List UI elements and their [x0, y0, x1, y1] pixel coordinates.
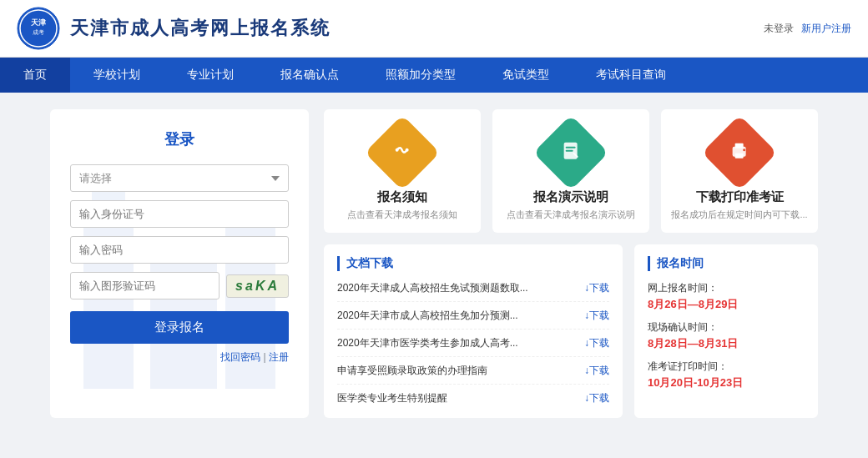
demo-icon — [558, 137, 584, 169]
doc-item: 2020年天津市医学类考生参加成人高考... ↓下载 — [337, 336, 609, 357]
doc-name: 2020年天津市成人高校招生免加分预测... — [337, 309, 578, 323]
demo-card-title: 报名演示说明 — [533, 189, 608, 205]
doc-item: 2020年天津成人高校招生免试预测题数取... ↓下载 — [337, 281, 609, 302]
captcha-input[interactable] — [70, 272, 220, 299]
icon-card-print[interactable]: 下载打印准考证 报名成功后在规定时间内可下载... — [661, 109, 818, 233]
svg-rect-14 — [735, 154, 744, 159]
doc-download-btn[interactable]: ↓下载 — [584, 391, 609, 405]
time-row-print: 准考证打印时间： 10月20日-10月23日 — [648, 360, 805, 390]
doc-download-btn[interactable]: ↓下载 — [584, 336, 609, 350]
svg-text:成考: 成考 — [33, 29, 44, 36]
captcha-image[interactable]: saKA — [226, 274, 289, 298]
nav-item-confirm-point[interactable]: 报名确认点 — [257, 58, 362, 93]
id-number-input[interactable] — [70, 200, 289, 228]
doc-name: 申请享受照顾录取政策的办理指南 — [337, 364, 578, 378]
bottom-row: 文档下载 2020年天津成人高校招生免试预测题数取... ↓下载 2020年天津… — [324, 244, 818, 418]
forgot-password-link[interactable]: 找回密码 — [220, 351, 260, 363]
demo-card-desc: 点击查看天津成考报名演示说明 — [507, 209, 635, 221]
time-section-title: 报名时间 — [648, 256, 805, 271]
nav-item-school-plan[interactable]: 学校计划 — [70, 58, 164, 93]
svg-text:天津: 天津 — [30, 18, 47, 27]
doc-name: 2020年天津成人高校招生免试预测题数取... — [337, 281, 578, 295]
login-form: 请选择 saKA 登录报名 — [70, 164, 289, 344]
time-value: 10月20日-10月23日 — [648, 375, 805, 390]
doc-item: 申请享受照顾录取政策的办理指南 ↓下载 — [337, 364, 609, 385]
print-card-title: 下载打印准考证 — [696, 189, 784, 205]
nav-item-exempt[interactable]: 免试类型 — [479, 58, 573, 93]
header-right: 未登录 新用户注册 — [764, 22, 851, 36]
not-logged-in: 未登录 — [764, 23, 794, 34]
doc-download-btn[interactable]: ↓下载 — [584, 281, 609, 295]
print-card-desc: 报名成功后在规定时间内可下载... — [671, 209, 807, 221]
nav-item-major-plan[interactable]: 专业计划 — [164, 58, 257, 93]
captcha-row: saKA — [70, 272, 289, 299]
new-register-link[interactable]: 新用户注册 — [801, 23, 851, 34]
time-label: 现场确认时间： — [648, 320, 805, 335]
doc-section-title: 文档下载 — [337, 256, 609, 271]
print-icon — [726, 137, 753, 169]
register-link[interactable]: 注册 — [269, 351, 289, 363]
notice-diamond-icon — [365, 115, 441, 191]
time-box: 报名时间 网上报名时间： 8月26日—8月29日 现场确认时间： 8月28日—8… — [634, 244, 818, 418]
header-left: 天津 成考 天津市成人高考网上报名系统 — [17, 7, 331, 50]
doc-download-btn[interactable]: ↓下载 — [584, 364, 609, 378]
time-label: 准考证打印时间： — [648, 360, 805, 374]
svg-point-9 — [406, 148, 409, 152]
icon-card-demo[interactable]: 报名演示说明 点击查看天津成考报名演示说明 — [492, 109, 649, 233]
login-button[interactable]: 登录报名 — [70, 311, 289, 344]
notice-card-desc: 点击查看天津成考报名须知 — [347, 209, 457, 221]
doc-download-box: 文档下载 2020年天津成人高校招生免试预测题数取... ↓下载 2020年天津… — [324, 244, 623, 418]
login-links: 找回密码 | 注册 — [70, 350, 289, 365]
doc-name: 医学类专业考生特别提醒 — [337, 391, 578, 405]
header: 天津 成考 天津市成人高考网上报名系统 未登录 新用户注册 — [0, 0, 868, 58]
notice-card-title: 报名须知 — [377, 189, 427, 205]
site-logo: 天津 成考 — [17, 7, 60, 50]
main-content: 登录 请选择 saKA 登录报名 找回密码 | 注册 — [0, 93, 868, 435]
icon-cards-row: 报名须知 点击查看天津成考报名须知 报名演示说明 点击查看天津成考报名演示说明 — [324, 109, 818, 233]
time-label: 网上报名时间： — [648, 281, 805, 295]
svg-rect-13 — [735, 143, 744, 148]
print-diamond-icon — [702, 115, 778, 191]
time-row-online: 网上报名时间： 8月26日—8月29日 — [648, 281, 805, 312]
login-title: 登录 — [70, 129, 289, 149]
doc-list: 2020年天津成人高校招生免试预测题数取... ↓下载 2020年天津市成人高校… — [337, 281, 609, 406]
demo-diamond-icon — [533, 115, 609, 191]
time-row-confirm: 现场确认时间： 8月28日—8月31日 — [648, 320, 805, 351]
nav-item-photo-add[interactable]: 照额加分类型 — [362, 58, 479, 93]
svg-point-0 — [18, 8, 59, 49]
doc-item: 医学类专业考生特别提醒 ↓下载 — [337, 391, 609, 406]
password-input[interactable] — [70, 236, 289, 264]
notice-icon — [389, 137, 416, 169]
main-nav: 首页 学校计划 专业计划 报名确认点 照额加分类型 免试类型 考试科目查询 — [0, 58, 868, 93]
doc-item: 2020年天津市成人高校招生免加分预测... ↓下载 — [337, 309, 609, 330]
nav-item-exam-query[interactable]: 考试科目查询 — [573, 58, 689, 93]
doc-download-btn[interactable]: ↓下载 — [584, 309, 609, 323]
time-value: 8月28日—8月31日 — [648, 336, 805, 351]
login-type-select[interactable]: 请选择 — [70, 164, 289, 192]
nav-item-home[interactable]: 首页 — [0, 58, 70, 93]
login-box: 登录 请选择 saKA 登录报名 找回密码 | 注册 — [50, 109, 309, 418]
site-title: 天津市成人高考网上报名系统 — [70, 16, 331, 41]
icon-card-notice[interactable]: 报名须知 点击查看天津成考报名须知 — [324, 109, 481, 233]
time-value: 8月26日—8月29日 — [648, 297, 805, 312]
right-panel: 报名须知 点击查看天津成考报名须知 报名演示说明 点击查看天津成考报名演示说明 — [324, 109, 818, 418]
doc-name: 2020年天津市医学类考生参加成人高考... — [337, 336, 578, 350]
